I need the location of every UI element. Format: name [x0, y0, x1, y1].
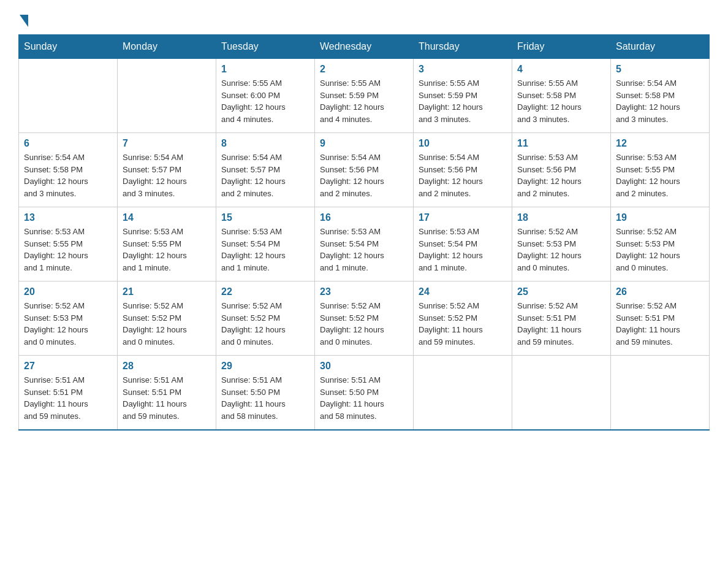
day-number: 29: [221, 361, 309, 372]
calendar-cell: 6Sunrise: 5:54 AM Sunset: 5:58 PM Daylig…: [19, 133, 118, 207]
day-number: 15: [221, 212, 309, 223]
weekday-header-row: SundayMondayTuesdayWednesdayThursdayFrid…: [19, 35, 710, 59]
day-info: Sunrise: 5:52 AM Sunset: 5:51 PM Dayligh…: [616, 300, 704, 348]
day-info: Sunrise: 5:55 AM Sunset: 5:58 PM Dayligh…: [517, 77, 605, 125]
calendar-cell: 26Sunrise: 5:52 AM Sunset: 5:51 PM Dayli…: [611, 282, 710, 356]
day-info: Sunrise: 5:53 AM Sunset: 5:56 PM Dayligh…: [517, 151, 605, 199]
day-info: Sunrise: 5:52 AM Sunset: 5:52 PM Dayligh…: [320, 300, 408, 348]
calendar-cell: 8Sunrise: 5:54 AM Sunset: 5:57 PM Daylig…: [216, 133, 315, 207]
day-number: 8: [221, 138, 309, 149]
calendar-cell: 23Sunrise: 5:52 AM Sunset: 5:52 PM Dayli…: [315, 282, 414, 356]
calendar-table: SundayMondayTuesdayWednesdayThursdayFrid…: [18, 34, 710, 431]
calendar-cell: 29Sunrise: 5:51 AM Sunset: 5:50 PM Dayli…: [216, 356, 315, 431]
calendar-cell: 12Sunrise: 5:53 AM Sunset: 5:55 PM Dayli…: [611, 133, 710, 207]
day-number: 5: [616, 64, 704, 75]
day-info: Sunrise: 5:55 AM Sunset: 6:00 PM Dayligh…: [221, 77, 309, 125]
day-number: 27: [24, 361, 112, 372]
day-info: Sunrise: 5:51 AM Sunset: 5:51 PM Dayligh…: [24, 374, 112, 422]
weekday-header-monday: Monday: [118, 35, 216, 59]
calendar-cell: 3Sunrise: 5:55 AM Sunset: 5:59 PM Daylig…: [414, 59, 512, 133]
calendar-cell: [414, 356, 512, 431]
day-number: 23: [320, 286, 408, 297]
day-number: 18: [517, 212, 605, 223]
day-info: Sunrise: 5:52 AM Sunset: 5:53 PM Dayligh…: [24, 300, 112, 348]
calendar-week-row: 13Sunrise: 5:53 AM Sunset: 5:55 PM Dayli…: [19, 207, 710, 282]
day-info: Sunrise: 5:55 AM Sunset: 5:59 PM Dayligh…: [419, 77, 507, 125]
logo: [18, 12, 28, 22]
day-number: 24: [419, 286, 507, 297]
day-number: 6: [24, 138, 112, 149]
day-info: Sunrise: 5:54 AM Sunset: 5:58 PM Dayligh…: [616, 77, 704, 125]
calendar-cell: 10Sunrise: 5:54 AM Sunset: 5:56 PM Dayli…: [414, 133, 512, 207]
day-info: Sunrise: 5:54 AM Sunset: 5:56 PM Dayligh…: [419, 151, 507, 199]
weekday-header-saturday: Saturday: [611, 35, 710, 59]
day-info: Sunrise: 5:54 AM Sunset: 5:58 PM Dayligh…: [24, 151, 112, 199]
calendar-cell: 21Sunrise: 5:52 AM Sunset: 5:52 PM Dayli…: [118, 282, 216, 356]
day-info: Sunrise: 5:52 AM Sunset: 5:53 PM Dayligh…: [616, 226, 704, 274]
calendar-cell: 18Sunrise: 5:52 AM Sunset: 5:53 PM Dayli…: [512, 207, 611, 282]
calendar-cell: 28Sunrise: 5:51 AM Sunset: 5:51 PM Dayli…: [118, 356, 216, 431]
weekday-header-tuesday: Tuesday: [216, 35, 315, 59]
calendar-cell: 4Sunrise: 5:55 AM Sunset: 5:58 PM Daylig…: [512, 59, 611, 133]
calendar-cell: [19, 59, 118, 133]
day-info: Sunrise: 5:54 AM Sunset: 5:56 PM Dayligh…: [320, 151, 408, 199]
day-info: Sunrise: 5:54 AM Sunset: 5:57 PM Dayligh…: [221, 151, 309, 199]
calendar-week-row: 1Sunrise: 5:55 AM Sunset: 6:00 PM Daylig…: [19, 59, 710, 133]
calendar-cell: 27Sunrise: 5:51 AM Sunset: 5:51 PM Dayli…: [19, 356, 118, 431]
day-number: 28: [123, 361, 211, 372]
calendar-cell: 11Sunrise: 5:53 AM Sunset: 5:56 PM Dayli…: [512, 133, 611, 207]
day-number: 25: [517, 286, 605, 297]
day-info: Sunrise: 5:53 AM Sunset: 5:54 PM Dayligh…: [221, 226, 309, 274]
day-number: 14: [123, 212, 211, 223]
weekday-header-friday: Friday: [512, 35, 611, 59]
calendar-week-row: 27Sunrise: 5:51 AM Sunset: 5:51 PM Dayli…: [19, 356, 710, 431]
calendar-cell: 15Sunrise: 5:53 AM Sunset: 5:54 PM Dayli…: [216, 207, 315, 282]
day-number: 12: [616, 138, 704, 149]
calendar-cell: 9Sunrise: 5:54 AM Sunset: 5:56 PM Daylig…: [315, 133, 414, 207]
calendar-cell: [512, 356, 611, 431]
day-number: 7: [123, 138, 211, 149]
day-number: 13: [24, 212, 112, 223]
day-number: 22: [221, 286, 309, 297]
weekday-header-wednesday: Wednesday: [315, 35, 414, 59]
calendar-cell: 20Sunrise: 5:52 AM Sunset: 5:53 PM Dayli…: [19, 282, 118, 356]
day-info: Sunrise: 5:54 AM Sunset: 5:57 PM Dayligh…: [123, 151, 211, 199]
day-info: Sunrise: 5:53 AM Sunset: 5:55 PM Dayligh…: [24, 226, 112, 274]
day-number: 11: [517, 138, 605, 149]
day-number: 30: [320, 361, 408, 372]
calendar-cell: [118, 59, 216, 133]
day-number: 16: [320, 212, 408, 223]
day-number: 19: [616, 212, 704, 223]
calendar-cell: 14Sunrise: 5:53 AM Sunset: 5:55 PM Dayli…: [118, 207, 216, 282]
calendar-week-row: 20Sunrise: 5:52 AM Sunset: 5:53 PM Dayli…: [19, 282, 710, 356]
logo-arrow-icon: [20, 15, 28, 27]
day-number: 26: [616, 286, 704, 297]
day-info: Sunrise: 5:55 AM Sunset: 5:59 PM Dayligh…: [320, 77, 408, 125]
calendar-cell: 1Sunrise: 5:55 AM Sunset: 6:00 PM Daylig…: [216, 59, 315, 133]
calendar-cell: 22Sunrise: 5:52 AM Sunset: 5:52 PM Dayli…: [216, 282, 315, 356]
calendar-week-row: 6Sunrise: 5:54 AM Sunset: 5:58 PM Daylig…: [19, 133, 710, 207]
calendar-cell: 25Sunrise: 5:52 AM Sunset: 5:51 PM Dayli…: [512, 282, 611, 356]
weekday-header-sunday: Sunday: [19, 35, 118, 59]
calendar-cell: 19Sunrise: 5:52 AM Sunset: 5:53 PM Dayli…: [611, 207, 710, 282]
page-header: [18, 12, 710, 22]
calendar-cell: 16Sunrise: 5:53 AM Sunset: 5:54 PM Dayli…: [315, 207, 414, 282]
day-info: Sunrise: 5:52 AM Sunset: 5:52 PM Dayligh…: [123, 300, 211, 348]
day-number: 4: [517, 64, 605, 75]
day-number: 17: [419, 212, 507, 223]
day-info: Sunrise: 5:53 AM Sunset: 5:54 PM Dayligh…: [419, 226, 507, 274]
day-number: 20: [24, 286, 112, 297]
day-number: 9: [320, 138, 408, 149]
day-info: Sunrise: 5:52 AM Sunset: 5:52 PM Dayligh…: [419, 300, 507, 348]
weekday-header-thursday: Thursday: [414, 35, 512, 59]
day-number: 21: [123, 286, 211, 297]
calendar-cell: 30Sunrise: 5:51 AM Sunset: 5:50 PM Dayli…: [315, 356, 414, 431]
day-info: Sunrise: 5:53 AM Sunset: 5:54 PM Dayligh…: [320, 226, 408, 274]
calendar-cell: 13Sunrise: 5:53 AM Sunset: 5:55 PM Dayli…: [19, 207, 118, 282]
calendar-cell: 24Sunrise: 5:52 AM Sunset: 5:52 PM Dayli…: [414, 282, 512, 356]
day-number: 10: [419, 138, 507, 149]
day-number: 1: [221, 64, 309, 75]
calendar-cell: 2Sunrise: 5:55 AM Sunset: 5:59 PM Daylig…: [315, 59, 414, 133]
day-number: 2: [320, 64, 408, 75]
calendar-cell: 5Sunrise: 5:54 AM Sunset: 5:58 PM Daylig…: [611, 59, 710, 133]
